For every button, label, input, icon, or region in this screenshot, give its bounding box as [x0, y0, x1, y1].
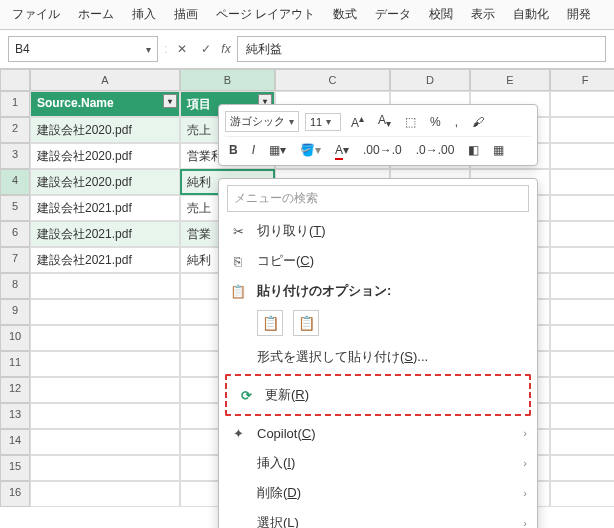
cell-A2[interactable]: 建設会社2020.pdf — [30, 117, 180, 143]
ribbon-pagelayout[interactable]: ページ レイアウト — [216, 6, 315, 23]
ribbon-automate[interactable]: 自動化 — [513, 6, 549, 23]
border-icon[interactable]: ▦▾ — [265, 141, 290, 159]
row-12[interactable]: 12 — [0, 377, 30, 403]
cell-A7[interactable]: 建設会社2021.pdf — [30, 247, 180, 273]
fill-color-icon[interactable]: 🪣▾ — [296, 141, 325, 159]
row-11[interactable]: 11 — [0, 351, 30, 377]
percent-icon[interactable]: % — [426, 113, 445, 131]
increase-font-icon[interactable]: A▴ — [347, 111, 368, 132]
ribbon-home[interactable]: ホーム — [78, 6, 114, 23]
increase-decimal-icon[interactable]: .0→.00 — [412, 141, 459, 159]
name-box[interactable]: B4 ▾ — [8, 36, 158, 62]
cell[interactable] — [550, 221, 614, 247]
col-D[interactable]: D — [390, 69, 470, 91]
header-source-name[interactable]: Source.Name ▾ — [30, 91, 180, 117]
context-select[interactable]: 選択(L) › — [219, 508, 537, 528]
cell[interactable] — [30, 351, 180, 377]
merge-icon[interactable]: ⬚ — [401, 113, 420, 131]
cell-A4[interactable]: 建設会社2020.pdf — [30, 169, 180, 195]
accept-formula-icon[interactable]: ✓ — [197, 42, 215, 56]
cell[interactable] — [550, 481, 614, 507]
cell[interactable] — [550, 91, 614, 117]
cell-A6[interactable]: 建設会社2021.pdf — [30, 221, 180, 247]
col-B[interactable]: B — [180, 69, 275, 91]
cell[interactable] — [30, 325, 180, 351]
ribbon-insert[interactable]: 挿入 — [132, 6, 156, 23]
cell[interactable] — [30, 429, 180, 455]
row-9[interactable]: 9 — [0, 299, 30, 325]
ribbon-formulas[interactable]: 数式 — [333, 6, 357, 23]
context-copilot[interactable]: ✦ Copilot(C) › — [219, 418, 537, 448]
ribbon-data[interactable]: データ — [375, 6, 411, 23]
cell[interactable] — [30, 403, 180, 429]
chevron-down-icon[interactable]: ▾ — [146, 44, 151, 55]
decrease-font-icon[interactable]: A▾ — [374, 111, 395, 131]
row-10[interactable]: 10 — [0, 325, 30, 351]
row-3[interactable]: 3 — [0, 143, 30, 169]
paste-option-values-icon[interactable]: 📋 — [293, 310, 319, 336]
paste-option-default-icon[interactable]: 📋 — [257, 310, 283, 336]
cell[interactable] — [550, 377, 614, 403]
font-selector[interactable]: 游ゴシック ▾ — [225, 111, 299, 132]
context-menu-search[interactable]: メニューの検索 — [227, 185, 529, 212]
cell-A5[interactable]: 建設会社2021.pdf — [30, 195, 180, 221]
ribbon-draw[interactable]: 描画 — [174, 6, 198, 23]
format-icon[interactable]: ◧ — [464, 141, 483, 159]
cell[interactable] — [550, 169, 614, 195]
row-14[interactable]: 14 — [0, 429, 30, 455]
format-painter-icon[interactable]: 🖌 — [468, 113, 488, 131]
row-5[interactable]: 5 — [0, 195, 30, 221]
ribbon-file[interactable]: ファイル — [12, 6, 60, 23]
ribbon-view[interactable]: 表示 — [471, 6, 495, 23]
context-refresh[interactable]: ⟳ 更新(R) — [229, 378, 527, 412]
cell[interactable] — [550, 143, 614, 169]
font-color-icon[interactable]: A▾ — [331, 141, 353, 159]
cell[interactable] — [550, 195, 614, 221]
fx-icon[interactable]: fx — [221, 42, 230, 56]
table-style-icon[interactable]: ▦ — [489, 141, 508, 159]
cell[interactable] — [550, 247, 614, 273]
cell[interactable] — [30, 481, 180, 507]
context-paste-special[interactable]: 形式を選択して貼り付け(S)... — [219, 342, 537, 372]
cell[interactable] — [30, 377, 180, 403]
row-2[interactable]: 2 — [0, 117, 30, 143]
formula-input[interactable]: 純利益 — [237, 36, 606, 62]
col-A[interactable]: A — [30, 69, 180, 91]
cell[interactable] — [550, 455, 614, 481]
ribbon-dev[interactable]: 開発 — [567, 6, 591, 23]
row-1[interactable]: 1 — [0, 91, 30, 117]
decrease-decimal-icon[interactable]: .00→.0 — [359, 141, 406, 159]
cell[interactable] — [550, 299, 614, 325]
italic-button[interactable]: I — [248, 141, 259, 159]
cell[interactable] — [550, 273, 614, 299]
ribbon-review[interactable]: 校閲 — [429, 6, 453, 23]
context-copy[interactable]: ⎘ コピー(C) — [219, 246, 537, 276]
row-4[interactable]: 4 — [0, 169, 30, 195]
cell[interactable] — [550, 429, 614, 455]
col-F[interactable]: F — [550, 69, 614, 91]
cancel-formula-icon[interactable]: ✕ — [173, 42, 191, 56]
col-E[interactable]: E — [470, 69, 550, 91]
context-insert[interactable]: 挿入(I) › — [219, 448, 537, 478]
cell[interactable] — [550, 351, 614, 377]
cell[interactable] — [30, 273, 180, 299]
select-all-corner[interactable] — [0, 69, 30, 91]
comma-icon[interactable]: , — [451, 113, 462, 131]
cell[interactable] — [550, 325, 614, 351]
cell-A3[interactable]: 建設会社2020.pdf — [30, 143, 180, 169]
row-16[interactable]: 16 — [0, 481, 30, 507]
cell[interactable] — [30, 455, 180, 481]
col-C[interactable]: C — [275, 69, 390, 91]
row-7[interactable]: 7 — [0, 247, 30, 273]
row-15[interactable]: 15 — [0, 455, 30, 481]
font-size-selector[interactable]: 11 ▾ — [305, 113, 341, 131]
filter-dropdown-icon[interactable]: ▾ — [163, 94, 177, 108]
cell[interactable] — [30, 299, 180, 325]
row-8[interactable]: 8 — [0, 273, 30, 299]
cell[interactable] — [550, 117, 614, 143]
bold-button[interactable]: B — [225, 141, 242, 159]
row-6[interactable]: 6 — [0, 221, 30, 247]
context-delete[interactable]: 削除(D) › — [219, 478, 537, 508]
cell[interactable] — [550, 403, 614, 429]
row-13[interactable]: 13 — [0, 403, 30, 429]
